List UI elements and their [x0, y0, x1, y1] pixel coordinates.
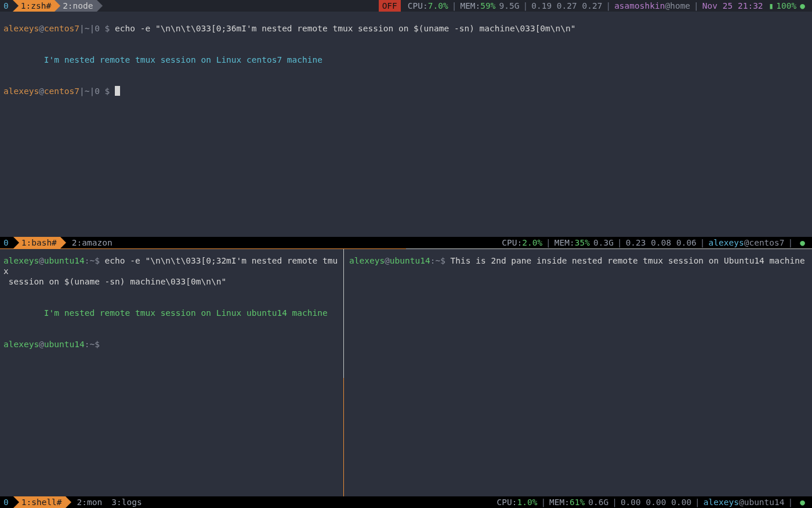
pane-divider-horizontal — [406, 248, 812, 249]
prompt-host: ubuntu14 — [44, 256, 85, 265]
chevron-icon — [60, 237, 66, 248]
user-host: @centos7 — [744, 237, 785, 248]
mem-label: MEM: — [460, 1, 480, 11]
separator: | — [785, 497, 797, 507]
separator: | — [519, 1, 531, 11]
separator: | — [690, 1, 702, 11]
separator: | — [608, 497, 621, 507]
pane-divider-horizontal — [0, 248, 406, 249]
cpu-value: 2.0% — [522, 237, 542, 248]
pane-divider-vertical[interactable] — [343, 378, 344, 496]
chevron-icon — [13, 0, 19, 12]
cpu-value: 7.0% — [428, 1, 448, 11]
cpu-label: CPU: — [502, 237, 522, 248]
prompt-tail: :~$ — [430, 256, 451, 265]
centos-output: I'm nested remote tmux session on Linux … — [44, 55, 322, 64]
prompt-user: alexeys — [349, 256, 385, 265]
mem-label: MEM: — [549, 497, 570, 507]
mem-pct: 59% — [480, 1, 495, 11]
chevron-icon — [55, 0, 60, 12]
user-host: @ubuntu14 — [739, 497, 785, 507]
online-indicator-icon: ● — [796, 1, 807, 11]
centos-command: echo -e "\n\n\t\033[0;36mI'm nested remo… — [115, 24, 575, 33]
mem-pct: 61% — [570, 497, 585, 507]
load-avg: 0.19 0.27 0.27 — [531, 1, 602, 11]
ubuntu-tab-logs[interactable]: 3:logs — [106, 496, 145, 508]
outer-session-number[interactable]: 0 — [0, 0, 13, 12]
ubuntu-left-pane[interactable]: alexeys@ubuntu14:~$ echo -e "\n\n\t\033[… — [0, 254, 343, 496]
chevron-icon — [66, 496, 71, 508]
ubuntu-statusbar: 0 1:shell# 2:mon 3:logs CPU: 1.0% | MEM:… — [0, 496, 812, 508]
prompt-user: alexeys — [3, 87, 39, 96]
cursor-icon — [115, 86, 120, 96]
separator: | — [448, 1, 461, 11]
datetime: Nov 25 21:32 — [702, 1, 763, 11]
chevron-icon — [13, 496, 19, 508]
user-host: @home — [665, 1, 690, 11]
prompt-user: alexeys — [3, 340, 39, 349]
centos-tab-bash[interactable]: 1:bash# — [19, 237, 60, 248]
prompt-host: centos7 — [44, 87, 79, 96]
centos-session-number[interactable]: 0 — [0, 237, 13, 248]
prompt-tail-empty: :~$ — [85, 340, 100, 349]
centos-statusbar: 0 1:bash# 2:amazon CPU: 2.0% | MEM: 35% … — [0, 237, 812, 248]
ubuntu-left-output: I'm nested remote tmux session on Linux … — [44, 308, 328, 318]
prompt-at: @ — [39, 340, 44, 349]
ubuntu-left-cmd-2: session on $(uname -sn) machine\033[0m\n… — [9, 277, 226, 286]
separator: | — [691, 497, 704, 507]
battery-pct: 100% — [776, 1, 796, 11]
load-avg: 0.00 0.00 0.00 — [621, 497, 691, 507]
ubuntu-tab-shell[interactable]: 1:shell# — [19, 496, 66, 508]
cpu-label: CPU: — [408, 1, 428, 11]
separator: | — [537, 497, 549, 507]
battery-icon: ▮ — [769, 1, 774, 11]
prompt-at: @ — [39, 256, 44, 265]
centos-pane[interactable]: alexeys@centos7|~|0 $ echo -e "\n\n\t\03… — [0, 12, 812, 237]
mem-label: MEM: — [554, 237, 575, 248]
outer-tab-zsh[interactable]: 1:zsh# — [19, 0, 55, 12]
load-avg: 0.23 0.08 0.06 — [626, 237, 697, 248]
outer-tab-node[interactable]: 2:node — [60, 0, 96, 12]
online-indicator-icon: ● — [796, 497, 807, 507]
ubuntu-right-pane[interactable]: alexeys@ubuntu14:~$ This is 2nd pane ins… — [346, 254, 812, 496]
prompt-path: |~|0 $ — [79, 87, 115, 96]
user-name: alexeys — [709, 237, 744, 248]
prompt-at: @ — [385, 256, 390, 265]
pane-divider-vertical[interactable] — [343, 249, 344, 378]
separator: | — [602, 1, 614, 11]
mem-size: 9.5G — [499, 1, 520, 11]
chevron-icon — [13, 237, 19, 248]
separator: | — [614, 237, 626, 248]
prompt-path: |~|0 $ — [79, 24, 115, 33]
prompt-tail: :~$ — [85, 256, 105, 265]
ubuntu-tab-mon[interactable]: 2:mon — [71, 496, 106, 508]
prompt-user: alexeys — [3, 256, 39, 265]
cpu-value: 1.0% — [517, 497, 537, 507]
ubuntu-session-number[interactable]: 0 — [0, 496, 13, 508]
ubuntu-right-text: This is 2nd pane inside nested remote tm… — [451, 256, 805, 265]
separator: | — [542, 237, 554, 248]
prompt-host: centos7 — [44, 24, 79, 33]
outer-statusbar: 0 1:zsh# 2:node OFF CPU: 7.0% | MEM: 59%… — [0, 0, 812, 12]
prompt-host: ubuntu14 — [44, 340, 85, 349]
mem-pct: 35% — [575, 237, 590, 248]
user-name: alexeys — [704, 497, 739, 507]
online-indicator-icon: ● — [796, 237, 807, 248]
prompt-at: @ — [39, 24, 44, 33]
user-name: asamoshkin — [614, 1, 665, 11]
cpu-label: CPU: — [497, 497, 517, 507]
centos-tab-amazon[interactable]: 2:amazon — [66, 237, 116, 248]
separator: | — [785, 237, 797, 248]
prompt-user: alexeys — [3, 24, 39, 33]
mem-size: 0.3G — [593, 237, 614, 248]
prompt-at: @ — [39, 87, 44, 96]
off-indicator: OFF — [379, 0, 401, 12]
prompt-host: ubuntu14 — [390, 256, 430, 265]
mem-size: 0.6G — [588, 497, 608, 507]
chevron-icon — [97, 0, 103, 12]
separator: | — [697, 237, 709, 248]
